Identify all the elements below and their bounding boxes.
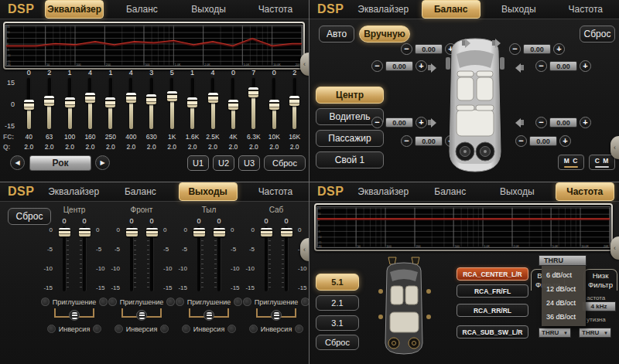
mute-checkbox-right[interactable] (99, 298, 108, 306)
slider-handle[interactable] (44, 96, 54, 106)
balance-auto-button[interactable]: Авто (319, 26, 354, 43)
eq-band-slider[interactable] (60, 78, 80, 131)
slider-handle[interactable] (126, 93, 136, 103)
output-slider-left[interactable]: 0 (54, 216, 74, 291)
config-3-1-button[interactable]: 3.1 (316, 315, 359, 331)
minus-button[interactable]: − (535, 117, 547, 128)
tab[interactable]: Выходы (179, 182, 238, 201)
preset-selector[interactable]: Рок (29, 155, 91, 171)
tab[interactable]: Частота (556, 182, 615, 201)
invert-checkbox-left[interactable] (47, 325, 56, 333)
output-slider-right[interactable]: 0 (74, 216, 94, 291)
slider-handle[interactable] (208, 93, 218, 103)
invert-checkbox-left[interactable] (249, 325, 258, 333)
slider-handle[interactable] (187, 97, 197, 107)
eq-band-slider[interactable] (284, 78, 304, 131)
preset-center-button[interactable]: Центр (316, 87, 384, 104)
slope-select-left[interactable]: THRU ▼ (539, 328, 571, 338)
mute-checkbox-left[interactable] (41, 298, 50, 306)
tab[interactable]: Эквалайзер (45, 183, 102, 200)
eq-band-slider[interactable] (80, 78, 100, 131)
rca-sub-button[interactable]: RCA_SUB_SW_L/R (457, 325, 528, 338)
plus-button[interactable]: + (580, 117, 591, 128)
tab[interactable]: Баланс (422, 0, 481, 19)
invert-checkbox-right[interactable] (227, 325, 236, 333)
rca-rear-button[interactable]: RCA_RR/RL (457, 304, 528, 317)
user-memory-button[interactable]: U2 (213, 155, 234, 171)
output-slider-left[interactable]: 0 (189, 216, 209, 291)
slider-handle[interactable] (79, 228, 91, 236)
mute-checkbox-right[interactable] (166, 298, 175, 306)
dropdown-option[interactable]: 24 dB/oct (546, 299, 581, 307)
frequency-value-box[interactable]: 4 kHz (582, 301, 616, 311)
minus-button[interactable]: − (401, 43, 412, 55)
invert-checkbox-left[interactable] (182, 325, 190, 333)
invert-checkbox-right[interactable] (295, 325, 303, 333)
slider-handle[interactable] (269, 100, 279, 110)
eq-band-slider[interactable] (39, 78, 59, 131)
slider-handle[interactable] (24, 100, 34, 110)
output-slider-left[interactable]: 0 (256, 216, 276, 291)
invert-checkbox-right[interactable] (93, 325, 101, 333)
eq-reset-button[interactable]: Сброс (264, 155, 306, 171)
config-2-1-button[interactable]: 2.1 (316, 295, 359, 311)
link-icon[interactable] (136, 310, 147, 321)
tab[interactable]: Эквалайзер (354, 183, 412, 200)
plus-button[interactable]: + (416, 60, 427, 72)
tab[interactable]: Частота (247, 1, 304, 18)
minus-button[interactable]: − (509, 43, 521, 55)
preset-custom-button[interactable]: Свой 1 (316, 151, 384, 168)
slider-handle[interactable] (193, 228, 205, 236)
tab[interactable]: Частота (247, 183, 304, 200)
link-icon[interactable] (203, 310, 214, 321)
cm-mode-button[interactable]: C M (589, 155, 615, 170)
output-slider-right[interactable]: 0 (276, 216, 296, 291)
tab[interactable]: Выходы (490, 1, 548, 18)
eq-band-slider[interactable] (121, 78, 141, 131)
preset-prev-button[interactable]: ◀ (10, 155, 25, 170)
tab[interactable]: Частота (557, 1, 615, 18)
rca-center-button[interactable]: RCA_CENTER_L/R (457, 267, 528, 281)
rca-front-button[interactable]: RCA_FR/FL (457, 284, 528, 298)
tab[interactable]: Баланс (422, 183, 480, 200)
balance-manual-button[interactable]: Вручную (359, 26, 410, 43)
slider-handle[interactable] (85, 93, 95, 103)
config-5-1-button[interactable]: 5.1 (316, 274, 359, 291)
mute-checkbox-right[interactable] (234, 298, 242, 306)
slider-handle[interactable] (261, 228, 272, 236)
plus-button[interactable]: + (559, 135, 571, 147)
tab[interactable]: Выходы (488, 183, 546, 200)
eq-band-slider[interactable] (101, 78, 121, 131)
slider-handle[interactable] (146, 94, 156, 104)
preset-next-button[interactable]: ▶ (95, 155, 110, 170)
link-icon[interactable] (271, 310, 282, 321)
eq-band-slider[interactable] (264, 78, 284, 131)
tab[interactable]: Эквалайзер (354, 1, 412, 18)
eq-band-slider[interactable] (203, 78, 223, 131)
tab[interactable]: Баланс (113, 1, 170, 18)
mute-checkbox-right[interactable] (301, 298, 309, 306)
low-filter-tab[interactable]: Низк Фильтр (583, 269, 617, 291)
mute-checkbox-left[interactable] (243, 298, 251, 306)
tab[interactable]: Выходы (180, 1, 238, 18)
slider-handle[interactable] (146, 228, 158, 236)
dropdown-option[interactable]: 6 dB/oct (546, 271, 581, 279)
eq-band-slider[interactable] (223, 78, 243, 131)
slider-handle[interactable] (228, 100, 238, 110)
mute-checkbox-left[interactable] (176, 298, 184, 306)
link-icon[interactable] (69, 310, 80, 321)
balance-reset-button[interactable]: Сброс (580, 26, 615, 43)
minus-button[interactable]: − (371, 117, 383, 128)
preset-passenger-button[interactable]: Пассажир (316, 130, 384, 147)
slider-handle[interactable] (65, 97, 75, 107)
plus-button[interactable]: + (553, 43, 565, 55)
crossover-reset-button[interactable]: Сброс (316, 335, 359, 350)
tab[interactable]: Эквалайзер (45, 0, 104, 19)
slider-handle[interactable] (214, 228, 225, 236)
minus-button[interactable]: − (515, 135, 527, 147)
slider-handle[interactable] (59, 228, 70, 236)
minus-button[interactable]: − (401, 135, 412, 147)
invert-checkbox-left[interactable] (115, 325, 123, 333)
eq-band-slider[interactable] (19, 78, 39, 131)
output-slider-left[interactable]: 0 (121, 216, 142, 291)
